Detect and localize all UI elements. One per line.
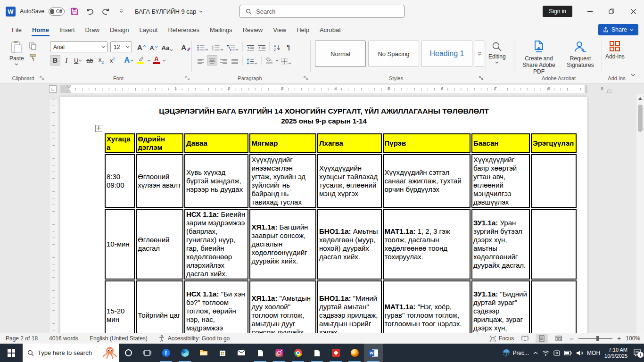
align-center-button[interactable]	[207, 55, 217, 66]
taskbar-app-file-explorer[interactable]	[194, 344, 213, 362]
right-indent-marker[interactable]	[607, 89, 611, 93]
volume-icon[interactable]	[576, 350, 583, 356]
ruler-bar[interactable]: ∟ 1 2 3 4 5 6 7 8 9	[0, 84, 644, 94]
shrink-font-button[interactable]: A	[149, 42, 159, 52]
table-cell[interactable]: БНО1.1а: Амьтны хөдөлгөөн (муур, нохой) …	[317, 209, 381, 280]
vertical-scrollbar[interactable]	[636, 94, 644, 333]
table-cell[interactable]: Өглөөний хүлээн авалт	[136, 154, 183, 208]
word-count[interactable]: 4016 words	[43, 335, 84, 342]
taskbar-app-word[interactable]: W	[364, 344, 383, 362]
superscript-button[interactable]: x2	[107, 55, 117, 66]
header-cell[interactable]: Хугацаа	[105, 133, 135, 153]
paragraph-dialog-launcher[interactable]	[304, 76, 308, 81]
header-cell[interactable]: Мягмар	[249, 133, 316, 153]
table-cell[interactable]: Тойргийн цаг	[136, 280, 183, 333]
table-cell[interactable]: Хүүхдүүдийг баяр хөөртэй угтан авч, өглө…	[471, 154, 530, 208]
read-mode-button[interactable]	[519, 334, 531, 343]
task-view-button[interactable]	[138, 344, 157, 362]
font-dialog-launcher[interactable]	[185, 76, 190, 81]
taskbar-app-store[interactable]	[213, 344, 232, 362]
language-indicator[interactable]: МОН	[587, 350, 600, 356]
tab-selector[interactable]: ∟	[49, 85, 57, 93]
document-title[interactable]: БАГА БҮЛГИЙН 9 сар	[135, 8, 203, 15]
accessibility-status[interactable]: Accessibility: Good to go	[153, 335, 235, 342]
table-cell[interactable]: 8:30-09:00	[105, 154, 135, 208]
restore-button[interactable]	[601, 0, 622, 23]
table-cell[interactable]: 15-20 мин	[105, 280, 135, 333]
borders-button[interactable]	[280, 55, 293, 66]
bullets-button[interactable]	[196, 41, 210, 52]
collapse-ribbon-button[interactable]	[631, 74, 636, 76]
header-cell[interactable]: Лхагва	[317, 133, 381, 153]
bold-button[interactable]: B	[50, 55, 60, 66]
tab-home[interactable]: Home	[27, 23, 54, 37]
subscript-button[interactable]: x2	[96, 55, 106, 66]
quick-access-more-button[interactable]	[116, 6, 127, 17]
table-cell[interactable]: ЗУ1.1а: "Бидний дуртай зураг" сэдвээр яр…	[471, 280, 530, 333]
table-cell[interactable]: НСХ 1.1а: "Би хэн бэ?" тоглоом тоглож, ө…	[184, 280, 248, 333]
zoom-level[interactable]: 100%	[626, 335, 640, 342]
taskbar-app-document2[interactable]	[307, 344, 326, 362]
taskbar-app-chrome[interactable]	[289, 344, 307, 362]
redo-button[interactable]	[100, 6, 111, 17]
tab-file[interactable]: File	[7, 23, 27, 37]
table-move-handle[interactable]: ✛	[95, 125, 102, 132]
tab-insert[interactable]: Insert	[54, 23, 80, 37]
line-spacing-button[interactable]	[245, 55, 259, 66]
tab-references[interactable]: References	[163, 23, 204, 37]
table-cell[interactable]: ЗУ1.1а: Уран зургийн бүтээл дээрх хүн, а…	[471, 209, 530, 280]
text-effects-button[interactable]: A	[123, 55, 135, 66]
justify-button[interactable]	[230, 55, 240, 66]
sort-button[interactable]: AZ	[272, 41, 282, 52]
search-highlight-octopus-image[interactable]	[102, 345, 118, 361]
increase-indent-button[interactable]	[256, 41, 267, 52]
tab-layout[interactable]: Layout	[134, 23, 163, 37]
schedule-table[interactable]: Хугацаа Өдрийн дэглэм Даваа Мягмар Лхагв…	[104, 132, 578, 333]
grow-font-button[interactable]: A	[136, 42, 148, 52]
shading-button[interactable]	[264, 55, 274, 66]
focus-mode-button[interactable]: Focus	[490, 335, 514, 342]
strikethrough-button[interactable]: ab	[84, 55, 95, 66]
taskbar-app-document1[interactable]	[251, 344, 270, 362]
text-highlight-button[interactable]	[136, 55, 146, 66]
font-size-combobox[interactable]: 12	[110, 41, 132, 52]
change-case-button[interactable]: Aa	[160, 42, 175, 52]
language-indicator[interactable]: English (United States)	[84, 335, 153, 342]
table-cell[interactable]: Хүүхдүүдийн сэтгэл санааг ажиглаж, тухта…	[383, 154, 471, 208]
clipboard-dialog-launcher[interactable]	[40, 76, 44, 81]
taskbar-app-firefox[interactable]	[345, 344, 364, 362]
table-cell[interactable]: Хүүхдүүдийн хувцсыг тайлахад тусалж, өгл…	[317, 154, 381, 208]
web-layout-button[interactable]	[553, 334, 565, 343]
document-page[interactable]: ЦЭЦЭРЛЭГИЙН БАГА БҮЛГИЙН 14 ХОНОГИЙН СУР…	[60, 97, 587, 333]
document-heading-line2[interactable]: 2025 оны 9-р сарын 1-14	[60, 117, 587, 125]
ink-workspace-icon[interactable]	[553, 350, 560, 356]
header-cell[interactable]: Даваа	[184, 133, 248, 153]
taskbar-app-facebook[interactable]: f	[157, 344, 175, 362]
sign-in-button[interactable]: Sign in	[543, 6, 572, 17]
tab-draw[interactable]: Draw	[80, 23, 105, 37]
style-heading1[interactable]: Heading 1	[421, 41, 472, 67]
tab-acrobat[interactable]: Acrobat	[314, 23, 346, 37]
header-cell[interactable]: Эрэгцүүлэл	[531, 133, 577, 153]
taskbar-app-red-diamond[interactable]	[326, 344, 345, 362]
start-button[interactable]	[0, 344, 23, 362]
copy-button[interactable]	[29, 42, 37, 50]
tab-mailings[interactable]: Mailings	[205, 23, 238, 37]
table-cell[interactable]	[531, 209, 577, 280]
page-indicator[interactable]: Page 2 of 18	[0, 335, 43, 342]
show-paragraph-marks-button[interactable]: ¶	[283, 41, 294, 52]
style-no-spacing[interactable]: No Spacing	[368, 41, 419, 67]
hidden-icons-chevron[interactable]	[533, 352, 538, 354]
taskbar-app-edge[interactable]	[175, 344, 194, 362]
table-cell[interactable]: ХЯ1.1а: "Амьтдын дуу хоолой" тоглоом тог…	[249, 280, 316, 333]
table-cell[interactable]: НСХ 1.1а: Биеийн зарим мэдрэмжээ (баярла…	[184, 209, 248, 280]
clock[interactable]: 7:10 AM 10/9/2025	[604, 347, 627, 359]
wifi-icon[interactable]	[542, 350, 549, 356]
zoom-slider-thumb[interactable]	[596, 336, 599, 341]
align-left-button[interactable]	[196, 55, 206, 66]
weather-widget[interactable]: Prec...	[503, 349, 529, 357]
table-cell[interactable]: Хүүхдүүдийг инээмсэглэн угтаж, хувийн эд…	[249, 154, 316, 208]
table-cell[interactable]	[531, 280, 577, 333]
table-cell[interactable]: ХЯ1.1а: Багшийн зааврыг сонсож, дасгалын…	[249, 209, 316, 280]
table-cell[interactable]: 10-мин	[105, 209, 135, 280]
